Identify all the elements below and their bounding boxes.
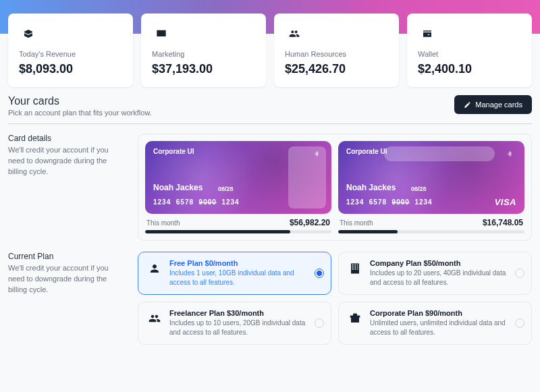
visa-logo: VISA: [495, 197, 516, 207]
card-holder-name: Noah Jackes: [346, 183, 396, 192]
stat-value: $37,193.00: [152, 62, 255, 76]
card-month-value: $56,982.20: [290, 218, 330, 227]
current-plan-title: Current Plan: [8, 252, 126, 261]
stat-icon: [19, 24, 38, 43]
stat-card[interactable]: Today's Revenue $8,093.00: [8, 13, 133, 87]
stat-icon: [418, 24, 437, 43]
progress-bar: [338, 230, 524, 233]
credit-card-block: Corporate UI Noah Jackes 08/28 1234 6578…: [338, 141, 524, 233]
plan-title: Freelancer Plan $30/month: [169, 309, 310, 317]
card-details-desc: We'll credit your account if you need to…: [8, 145, 126, 177]
plan-radio[interactable]: [315, 269, 324, 278]
card-brand: Corporate UI: [153, 148, 323, 155]
credit-cards-container: Corporate UI Noah Jackes 08/28 1234 6578…: [138, 134, 532, 241]
section-header: Your cards Pick an account plan that fit…: [8, 95, 532, 124]
section-subtitle: Pick an account plan that fits your work…: [8, 109, 152, 117]
stat-value: $8,093.00: [19, 62, 122, 76]
card-expiry: 08/28: [411, 186, 427, 192]
current-plan-row: Current Plan We'll credit your account i…: [8, 252, 532, 345]
plan-card[interactable]: Free Plan $0/month Includes 1 user, 10GB…: [138, 252, 331, 295]
stat-card[interactable]: Marketing $37,193.00: [141, 13, 266, 87]
stat-value: $2,400.10: [418, 62, 521, 76]
plan-card[interactable]: Company Plan $50/month Includes up to 20…: [338, 252, 532, 295]
credit-card[interactable]: Corporate UI Noah Jackes 08/28 1234 6578…: [145, 141, 331, 214]
credit-card-block: Corporate UI Noah Jackes 08/28 1234 6578…: [145, 141, 331, 233]
current-plan-desc: We'll credit your account if you need to…: [8, 263, 126, 296]
stat-card[interactable]: Wallet $2,400.10: [407, 13, 532, 87]
user-icon: [146, 260, 163, 277]
stat-icon: [285, 24, 304, 43]
card-number: 1234 6578 9000 1234: [153, 198, 240, 206]
plan-title: Free Plan $0/month: [169, 259, 310, 267]
users-icon: [146, 310, 163, 327]
card-footer: This month $16,748.05: [338, 214, 524, 227]
plans-grid: Free Plan $0/month Includes 1 user, 10GB…: [138, 252, 532, 345]
card-holder-name: Noah Jackes: [153, 183, 202, 192]
plan-title: Company Plan $50/month: [370, 259, 511, 267]
plan-description: Unlimited users, unlimited individual da…: [370, 318, 511, 337]
plan-radio[interactable]: [515, 318, 524, 328]
stats-row: Today's Revenue $8,093.00 Marketing $37,…: [0, 13, 540, 87]
stat-label: Today's Revenue: [19, 50, 122, 58]
manage-cards-label: Manage cards: [475, 101, 522, 109]
section-title: Your cards: [8, 95, 152, 107]
stat-label: Human Resources: [285, 50, 388, 58]
your-cards-section: Your cards Pick an account plan that fit…: [0, 87, 540, 345]
plan-description: Includes up to 20 users, 40GB individual…: [370, 269, 511, 287]
manage-cards-button[interactable]: Manage cards: [454, 95, 532, 114]
plan-card[interactable]: Corporate Plan $90/month Unlimited users…: [338, 302, 532, 345]
credit-card[interactable]: Corporate UI Noah Jackes 08/28 1234 6578…: [338, 141, 524, 214]
stat-label: Wallet: [418, 50, 521, 58]
plan-radio[interactable]: [315, 318, 324, 328]
stat-label: Marketing: [152, 50, 255, 58]
card-number: 1234 6578 9000 1234: [346, 198, 433, 206]
card-month-value: $16,748.05: [483, 218, 523, 227]
building-icon: [347, 260, 363, 277]
card-month-label: This month: [340, 219, 373, 227]
progress-bar: [145, 230, 331, 233]
briefcase-icon: [347, 310, 363, 327]
stat-value: $25,426.70: [285, 62, 388, 76]
card-footer: This month $56,982.20: [145, 214, 331, 227]
card-expiry: 08/28: [218, 186, 234, 192]
plan-description: Includes 1 user, 10GB individual data an…: [169, 269, 310, 287]
plan-card[interactable]: Freelancer Plan $30/month Includes up to…: [138, 302, 331, 345]
plan-title: Corporate Plan $90/month: [370, 309, 511, 317]
card-brand: Corporate UI: [346, 148, 516, 155]
plan-radio[interactable]: [515, 269, 524, 278]
pencil-icon: [464, 101, 471, 109]
card-month-label: This month: [146, 219, 180, 227]
stat-card[interactable]: Human Resources $25,426.70: [274, 13, 399, 87]
card-details-row: Card details We'll credit your account i…: [8, 134, 532, 241]
card-details-title: Card details: [8, 134, 126, 143]
stat-icon: [152, 24, 171, 43]
plan-description: Includes up to 10 users, 20GB individual…: [169, 318, 310, 337]
